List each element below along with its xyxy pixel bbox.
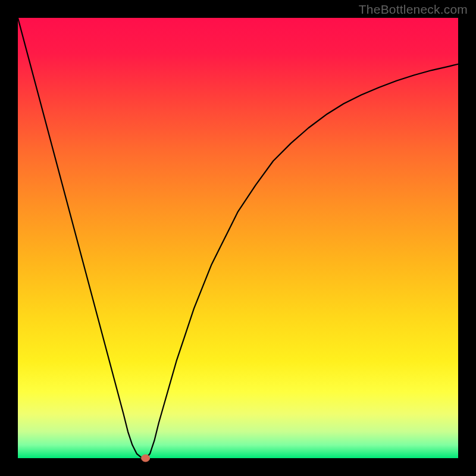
chart-canvas [0, 0, 476, 476]
optimal-point-marker [142, 455, 150, 462]
plot-background [18, 18, 458, 458]
bottleneck-chart: TheBottleneck.com [0, 0, 476, 476]
watermark-text: TheBottleneck.com [359, 2, 468, 17]
